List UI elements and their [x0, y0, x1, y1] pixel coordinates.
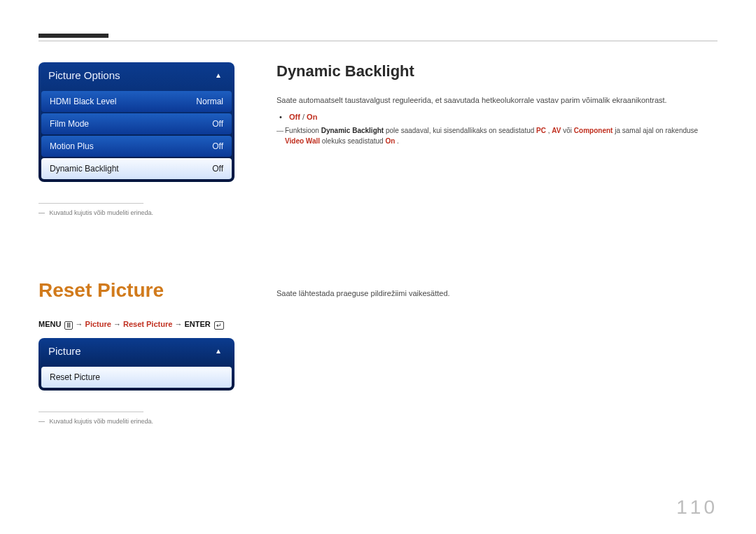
menu-row-value: Off: [212, 141, 223, 151]
arrow-icon: →: [174, 320, 184, 328]
menu-rows: HDMI Black Level Normal Film Mode Off Mo…: [41, 91, 232, 179]
right-column-2: Saate lähtestada praeguse pildirežiimi v…: [276, 279, 718, 425]
menu-picture-options: Picture Options ▲ HDMI Black Level Norma…: [38, 62, 234, 182]
header-rule: [38, 41, 718, 41]
left-column-2: Reset Picture MENU Ⅲ → Picture → Reset P…: [38, 279, 234, 425]
note-red-on: On: [385, 137, 395, 145]
breadcrumb: MENU Ⅲ → Picture → Reset Picture → ENTER…: [38, 320, 234, 330]
section-reset-picture: Reset Picture MENU Ⅲ → Picture → Reset P…: [38, 279, 718, 425]
option-off-on: Off / On: [289, 113, 704, 121]
menu-row-label: Reset Picture: [50, 372, 100, 382]
note-red-video-wall: Video Wall: [285, 137, 320, 145]
section-dynamic-backlight: Picture Options ▲ HDMI Black Level Norma…: [38, 62, 718, 216]
menu-title: Picture Options: [48, 69, 120, 81]
option-list: Off / On: [276, 113, 704, 121]
breadcrumb-picture: Picture: [85, 320, 111, 328]
breadcrumb-menu: MENU: [38, 320, 61, 328]
note-mid2: või: [563, 127, 574, 134]
menu-header: Picture Options ▲: [41, 62, 232, 91]
note-mid1: pole saadaval, kui sisendallikaks on sea…: [386, 127, 536, 134]
note-red-av: AV: [552, 127, 561, 134]
footnote-text: Kuvatud kujutis võib mudeliti erineda.: [50, 209, 154, 216]
menu-icon: Ⅲ: [64, 321, 73, 330]
enter-icon: ↵: [214, 321, 224, 330]
note-mid4: olekuks seadistatud: [322, 137, 386, 145]
menu-picture: Picture ▲ Reset Picture: [38, 338, 234, 391]
note-end: .: [397, 137, 399, 145]
menu-row-value: Normal: [196, 97, 223, 106]
menu-row-hdmi-black-level[interactable]: HDMI Black Level Normal: [41, 91, 232, 112]
header-accent-bar: [38, 34, 108, 38]
footnote: ― Kuvatud kujutis võib mudeliti erineda.: [38, 209, 234, 216]
menu-rows-2: Reset Picture: [41, 367, 232, 388]
arrow-icon: →: [113, 320, 123, 328]
menu-row-value: Off: [212, 164, 223, 174]
caret-up-icon: ▲: [215, 347, 222, 355]
dash-icon: ―: [38, 209, 45, 216]
option-off: Off: [289, 113, 300, 121]
description-2: Saate lähtestada praeguse pildirežiimi v…: [276, 289, 704, 297]
caret-up-icon: ▲: [215, 71, 222, 79]
dash-icon: ―: [38, 418, 45, 425]
page-number: 110: [676, 496, 718, 519]
menu-title-2: Picture: [48, 345, 81, 357]
footnote-rule-2: [38, 412, 144, 412]
note-pre: Funktsioon: [285, 127, 321, 134]
note-red-component: Component: [574, 127, 613, 134]
footnote-rule: [38, 203, 144, 204]
heading-reset-picture: Reset Picture: [38, 279, 234, 302]
availability-note: ― Funktsioon Dynamic Backlight pole saad…: [276, 125, 704, 146]
menu-row-value: Off: [212, 119, 223, 129]
left-column: Picture Options ▲ HDMI Black Level Norma…: [38, 62, 234, 216]
menu-row-film-mode[interactable]: Film Mode Off: [41, 113, 232, 134]
menu-row-label: Motion Plus: [50, 141, 94, 151]
menu-row-dynamic-backlight[interactable]: Dynamic Backlight Off: [41, 158, 232, 179]
menu-row-label: Film Mode: [50, 119, 89, 129]
page: Picture Options ▲ HDMI Black Level Norma…: [38, 34, 718, 534]
dash-icon: ―: [276, 125, 284, 136]
menu-header-2: Picture ▲: [41, 338, 232, 367]
footnote-2: ― Kuvatud kujutis võib mudeliti erineda.: [38, 418, 234, 425]
description: Saate automaatselt taustavalgust regulee…: [276, 96, 704, 104]
breadcrumb-reset-picture: Reset Picture: [123, 320, 172, 328]
option-on: On: [307, 113, 317, 121]
menu-row-label: Dynamic Backlight: [50, 164, 119, 174]
menu-row-reset-picture[interactable]: Reset Picture: [41, 367, 232, 388]
footnote-text-2: Kuvatud kujutis võib mudeliti erineda.: [50, 418, 154, 425]
breadcrumb-enter: ENTER: [184, 320, 210, 328]
note-bold-dynamic-backlight: Dynamic Backlight: [321, 127, 384, 134]
right-column: Dynamic Backlight Saate automaatselt tau…: [276, 62, 718, 216]
menu-row-motion-plus[interactable]: Motion Plus Off: [41, 136, 232, 157]
arrow-icon: →: [76, 320, 85, 328]
note-red-pc: PC: [536, 127, 546, 134]
menu-row-label: HDMI Black Level: [50, 97, 116, 106]
note-mid3: ja samal ajal on rakenduse: [615, 127, 698, 134]
heading-dynamic-backlight: Dynamic Backlight: [276, 62, 704, 80]
